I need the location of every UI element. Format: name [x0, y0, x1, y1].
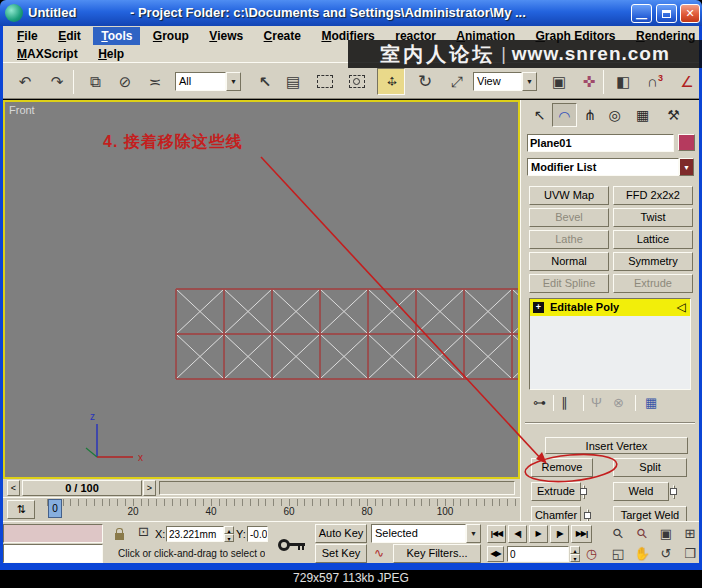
select-by-name-icon[interactable]: ▤: [279, 71, 307, 93]
modifier-button-twist[interactable]: Twist: [613, 208, 693, 227]
watermark-url: www.snren.com: [512, 43, 670, 65]
modifier-button-lattice[interactable]: Lattice: [613, 230, 693, 249]
insert-vertex-button[interactable]: Insert Vertex: [545, 437, 688, 454]
track-bar[interactable]: ⇅ 0 20 40 60 80 100: [3, 497, 520, 521]
weld-button[interactable]: Weld: [613, 482, 669, 501]
weld-settings-button[interactable]: [673, 485, 675, 499]
front-viewport[interactable]: Front 4. 接着移除这些线 z x: [3, 100, 520, 479]
menu-group[interactable]: Group: [145, 27, 197, 45]
time-slider-prev-button[interactable]: <: [7, 480, 20, 496]
minimize-button[interactable]: —: [631, 4, 652, 23]
set-key-button[interactable]: Set Key: [315, 544, 367, 563]
tab-motion[interactable]: ◎: [602, 103, 627, 127]
modifier-button-normal[interactable]: Normal: [529, 252, 609, 271]
bind-to-spacewarp-icon[interactable]: ≍: [141, 71, 169, 93]
zoom-extents-button[interactable]: ▣: [655, 524, 677, 543]
x-coordinate-field[interactable]: 23.221mm: [166, 526, 224, 542]
previous-frame-button[interactable]: ◀|: [508, 525, 527, 543]
show-end-result-icon[interactable]: ∥: [561, 395, 568, 410]
select-and-move-icon[interactable]: ↔ ↕: [377, 68, 405, 95]
pan-button[interactable]: ✋: [631, 544, 653, 563]
split-button[interactable]: Split: [613, 458, 687, 477]
extrude-button[interactable]: Extrude: [531, 482, 581, 501]
key-mode-toggle-button[interactable]: ◀▶: [487, 546, 504, 562]
menu-views[interactable]: Views: [201, 27, 251, 45]
menu-create[interactable]: Create: [256, 27, 309, 45]
tab-utilities[interactable]: ⚒: [661, 103, 686, 127]
modifier-button-ffd-2x2x2[interactable]: FFD 2x2x2: [613, 186, 693, 205]
select-and-link-icon[interactable]: ⧉: [81, 71, 109, 93]
menu-tools[interactable]: Tools: [93, 27, 140, 45]
selection-lock-icon[interactable]: [111, 525, 128, 542]
tab-hierarchy[interactable]: ⋔: [577, 103, 602, 127]
go-to-start-button[interactable]: |◀◀: [487, 525, 506, 543]
rectangular-selection-region-icon[interactable]: [311, 71, 339, 93]
tab-create[interactable]: ↖: [527, 103, 552, 127]
modifier-stack-list[interactable]: + Editable Poly ◁: [529, 298, 691, 390]
modifier-button-symmetry[interactable]: Symmetry: [613, 252, 693, 271]
tab-display[interactable]: ▦: [630, 103, 655, 127]
zoom-extents-all-button[interactable]: ⊞: [679, 524, 701, 543]
key-filters-button[interactable]: Key Filters...: [393, 544, 481, 563]
chevron-down-icon[interactable]: ▼: [226, 72, 241, 91]
reference-coordinate-dropdown[interactable]: View ▼: [473, 72, 537, 91]
selection-set-dropdown[interactable]: Selected ▼: [371, 524, 481, 543]
modifier-button-uvw-map[interactable]: UVW Map: [529, 186, 609, 205]
time-slider-track[interactable]: [159, 481, 515, 495]
remove-button[interactable]: Remove: [531, 458, 593, 477]
modifier-list-dropdown[interactable]: Modifier List ▼: [527, 158, 694, 176]
go-to-end-button[interactable]: ▶▶|: [571, 525, 592, 543]
stack-item-editable-poly[interactable]: + Editable Poly ◁: [530, 299, 690, 316]
angle-snap-icon[interactable]: ∠: [673, 71, 701, 93]
use-pivot-center-icon[interactable]: ▣: [545, 71, 573, 93]
redo-icon[interactable]: ↷: [43, 71, 71, 93]
window-crossing-toggle-icon[interactable]: [343, 71, 371, 93]
play-button[interactable]: ▶: [529, 525, 548, 543]
select-object-icon[interactable]: ↖: [251, 71, 279, 93]
time-slider-next-button[interactable]: >: [143, 480, 156, 496]
menu-help[interactable]: Help: [90, 45, 132, 63]
configure-modifier-sets-icon[interactable]: ▦: [645, 395, 657, 410]
object-color-swatch[interactable]: [678, 134, 695, 151]
selection-filter-dropdown[interactable]: All ▼: [175, 72, 241, 91]
menu-maxscript[interactable]: MAXScript: [9, 45, 86, 63]
time-configuration-button[interactable]: ◷: [583, 546, 600, 562]
stack-expand-icon[interactable]: +: [533, 302, 544, 313]
time-slider-handle[interactable]: 0 / 100: [22, 480, 142, 496]
maxscript-mini-listener-macro[interactable]: [3, 524, 103, 543]
snaps-toggle-icon[interactable]: ∩3: [641, 71, 669, 93]
maxscript-mini-listener[interactable]: [3, 544, 103, 563]
chevron-down-icon[interactable]: ▼: [679, 158, 694, 176]
menu-edit[interactable]: Edit: [50, 27, 89, 45]
select-and-rotate-icon[interactable]: ↻: [411, 71, 439, 93]
current-frame-marker[interactable]: 0: [48, 499, 62, 518]
next-frame-button[interactable]: |▶: [550, 525, 569, 543]
absolute-mode-icon[interactable]: ⊡: [135, 524, 152, 541]
close-button[interactable]: ✕: [680, 4, 700, 23]
unlink-selection-icon[interactable]: ⊘: [111, 71, 139, 93]
undo-icon[interactable]: ↶: [11, 71, 39, 93]
zoom-region-button[interactable]: ◱: [607, 544, 629, 563]
select-and-manipulate-icon[interactable]: ✜: [575, 71, 603, 93]
extrude-settings-button[interactable]: [583, 485, 585, 499]
render-shortcut-icon[interactable]: ◧: [609, 71, 637, 93]
menu-file[interactable]: File: [9, 27, 46, 45]
set-key-key-icon[interactable]: [269, 526, 313, 562]
chevron-down-icon[interactable]: ▼: [522, 72, 537, 91]
mini-curve-editor-button[interactable]: ⇅: [7, 500, 35, 519]
object-name-field[interactable]: Plane01: [527, 134, 674, 152]
frame-number-field[interactable]: 0: [507, 546, 569, 562]
tab-modify[interactable]: ◠: [552, 103, 577, 127]
select-and-scale-icon[interactable]: ⤢: [443, 71, 471, 93]
chevron-down-icon[interactable]: ▼: [466, 524, 481, 543]
y-coordinate-field[interactable]: -0.0m: [247, 526, 268, 542]
arc-rotate-button[interactable]: ↺: [655, 544, 677, 563]
auto-key-button[interactable]: Auto Key: [315, 524, 367, 543]
maximize-button[interactable]: [656, 4, 677, 23]
maximize-viewport-button[interactable]: ❒: [679, 544, 701, 563]
default-tangent-icon[interactable]: ∿: [371, 546, 387, 562]
pin-stack-icon[interactable]: ⊶: [533, 395, 546, 410]
watermark-chinese-text: 室内人论坛: [380, 41, 495, 68]
coordinate-spinner[interactable]: ▴▾: [224, 526, 234, 542]
frame-spinner[interactable]: ▴▾: [570, 546, 580, 562]
